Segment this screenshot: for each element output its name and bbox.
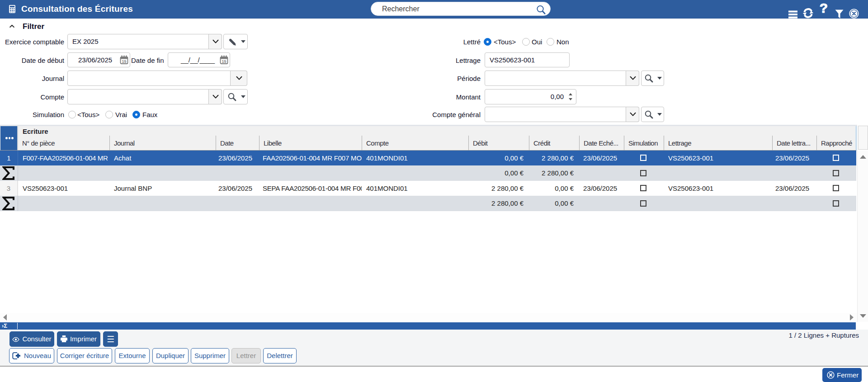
svg-text:15: 15 [122,59,126,64]
svg-text:15: 15 [222,59,226,64]
